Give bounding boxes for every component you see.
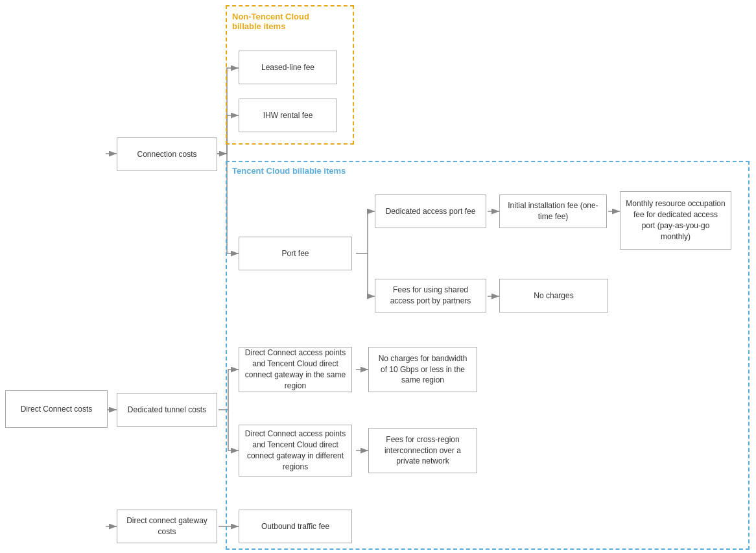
fees-cross-region-box: Fees for cross-region interconnection ov… bbox=[368, 428, 477, 473]
non-tencent-label: Non-Tencent Cloud billable items bbox=[232, 12, 309, 31]
initial-installation-fee-box: Initial installation fee (one-time fee) bbox=[499, 194, 607, 228]
no-charges-bandwidth-box: No charges for bandwidth of 10 Gbps or l… bbox=[368, 347, 477, 392]
dedicated-access-port-fee-box: Dedicated access port fee bbox=[375, 194, 486, 228]
leased-line-fee-box: Leased-line fee bbox=[239, 51, 337, 84]
diagram-container: Non-Tencent Cloud billable items Tencent… bbox=[0, 0, 756, 553]
monthly-resource-fee-box: Monthly resource occupation fee for dedi… bbox=[620, 191, 731, 250]
fees-shared-access-box: Fees for using shared access port by par… bbox=[375, 279, 486, 312]
ihw-rental-fee-box: IHW rental fee bbox=[239, 99, 337, 132]
no-charges-box: No charges bbox=[499, 279, 608, 312]
outbound-traffic-fee-box: Outbound traffic fee bbox=[239, 510, 352, 543]
dc-same-region-box: Direct Connect access points and Tencent… bbox=[239, 347, 352, 392]
direct-connect-costs-box: Direct Connect costs bbox=[5, 390, 108, 428]
connection-costs-box: Connection costs bbox=[117, 137, 217, 171]
dedicated-tunnel-costs-box: Dedicated tunnel costs bbox=[117, 393, 217, 427]
port-fee-box: Port fee bbox=[239, 237, 352, 270]
direct-connect-gateway-costs-box: Direct connect gateway costs bbox=[117, 510, 217, 543]
dc-different-region-box: Direct Connect access points and Tencent… bbox=[239, 425, 352, 477]
tencent-label: Tencent Cloud billable items bbox=[232, 166, 346, 176]
